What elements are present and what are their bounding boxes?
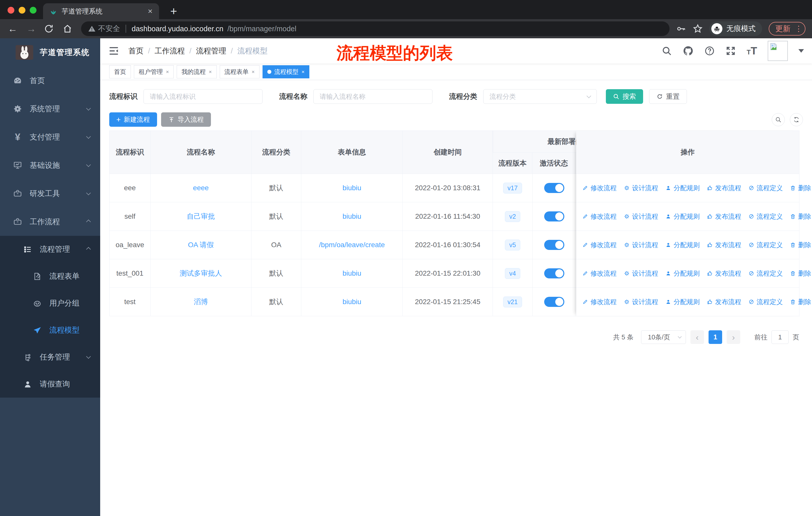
action-design-process[interactable]: 设计流程 [624,212,658,221]
category-select[interactable]: 流程分类 [483,89,597,104]
avatar[interactable] [768,41,788,61]
breadcrumb-process-management[interactable]: 流程管理 [196,46,226,56]
caret-down-icon[interactable] [799,49,804,53]
sidebar-item-user-group[interactable]: 用户分组 [0,290,100,317]
process-name-input[interactable] [313,89,432,104]
close-icon[interactable]: × [252,69,255,75]
tag-my-process[interactable]: 我的流程× [177,65,216,78]
tag-process-form[interactable]: 流程表单× [220,65,260,78]
action-assign-rule[interactable]: 分配规则 [665,184,700,192]
help-icon[interactable] [704,46,715,56]
action-edit-process[interactable]: 修改流程 [582,184,617,192]
tag-process-model[interactable]: 流程模型× [263,65,309,78]
github-icon[interactable] [683,45,694,56]
tag-home[interactable]: 首页 [109,65,131,78]
sidebar-item-workflow[interactable]: 工作流程 [0,208,100,236]
close-icon[interactable]: × [166,69,169,75]
minimize-window-button[interactable] [19,7,25,13]
action-delete[interactable]: 删除 [790,212,811,221]
back-button[interactable]: ← [6,23,19,34]
active-toggle[interactable] [544,268,564,278]
reload-button[interactable] [44,24,56,34]
sidebar-item-leave-query[interactable]: 请假查询 [0,371,100,398]
next-page-button[interactable]: › [727,330,740,344]
zoom-window-button[interactable] [30,7,36,13]
action-process-definition[interactable]: 流程定义 [748,269,783,278]
page-size-select[interactable]: 10条/页 [641,330,686,344]
action-process-definition[interactable]: 流程定义 [748,184,783,192]
prev-page-button[interactable]: ‹ [690,330,704,344]
action-publish-process[interactable]: 发布流程 [707,241,741,249]
breadcrumb-workflow[interactable]: 工作流程 [154,46,185,56]
process-name-link[interactable]: 测试多审批人 [180,269,222,278]
refresh-table-button[interactable] [790,113,803,126]
sidebar-item-payment[interactable]: ¥ 支付管理 [0,123,100,151]
fullscreen-icon[interactable] [725,46,736,56]
action-edit-process[interactable]: 修改流程 [582,212,617,221]
active-toggle[interactable] [544,240,564,250]
active-toggle[interactable] [544,183,564,193]
action-assign-rule[interactable]: 分配规则 [665,269,700,278]
action-assign-rule[interactable]: 分配规则 [665,212,700,221]
key-icon[interactable] [676,24,686,34]
process-name-link[interactable]: 自己审批 [187,212,215,221]
process-name-link[interactable]: 滔博 [194,297,208,307]
action-delete[interactable]: 删除 [790,298,811,306]
hamburger-icon[interactable] [108,45,119,56]
tab-close-icon[interactable]: × [148,6,152,16]
action-design-process[interactable]: 设计流程 [624,241,658,249]
action-assign-rule[interactable]: 分配规则 [665,298,700,306]
action-publish-process[interactable]: 发布流程 [707,269,741,278]
goto-page-input[interactable] [772,330,789,344]
close-icon[interactable]: × [209,69,212,75]
form-info-link[interactable]: biubiu [343,212,361,220]
action-delete[interactable]: 删除 [790,269,811,278]
create-process-button[interactable]: + 新建流程 [109,112,157,127]
font-size-icon[interactable]: TT [747,45,757,57]
active-toggle[interactable] [544,297,564,307]
form-info-link[interactable]: biubiu [343,184,361,192]
breadcrumb-home[interactable]: 首页 [128,46,143,56]
action-edit-process[interactable]: 修改流程 [582,298,617,306]
active-toggle[interactable] [544,211,564,221]
tag-tenant[interactable]: 租户管理× [134,65,174,78]
sidebar-item-infra[interactable]: 基础设施 [0,151,100,180]
forward-button[interactable]: → [25,23,37,34]
form-info-link[interactable]: /bpm/oa/leave/create [319,241,385,249]
sidebar-item-process-form[interactable]: 流程表单 [0,263,100,290]
action-assign-rule[interactable]: 分配规则 [665,241,700,249]
form-info-link[interactable]: biubiu [343,269,361,277]
action-process-definition[interactable]: 流程定义 [748,212,783,221]
action-publish-process[interactable]: 发布流程 [707,212,741,221]
update-chip[interactable]: 更新 ⋮ [769,22,806,35]
action-process-definition[interactable]: 流程定义 [748,298,783,306]
action-process-definition[interactable]: 流程定义 [748,241,783,249]
page-1-button[interactable]: 1 [708,330,722,344]
sidebar-item-home[interactable]: 首页 [0,66,100,95]
browser-menu-icon[interactable]: ⋮ [795,26,803,31]
sidebar-item-process-management[interactable]: 流程管理 [0,236,100,263]
close-window-button[interactable] [7,7,14,13]
process-name-link[interactable]: eeee [193,184,209,192]
action-design-process[interactable]: 设计流程 [624,269,658,278]
sidebar-item-task-management[interactable]: 任务管理 [0,344,100,371]
window-controls[interactable] [7,7,36,13]
action-delete[interactable]: 删除 [790,184,811,192]
process-name-link[interactable]: OA 请假 [188,240,214,250]
sidebar-item-devtools[interactable]: 研发工具 [0,180,100,208]
search-icon[interactable] [662,46,672,56]
action-delete[interactable]: 删除 [790,241,811,249]
security-warning[interactable]: 不安全 [88,24,120,34]
form-info-link[interactable]: biubiu [343,298,361,306]
bookmark-star-icon[interactable] [693,24,703,34]
sidebar-item-system[interactable]: 系统管理 [0,95,100,123]
search-button[interactable]: 搜索 [606,89,643,104]
action-publish-process[interactable]: 发布流程 [707,298,741,306]
action-edit-process[interactable]: 修改流程 [582,269,617,278]
browser-tab[interactable]: 芋道管理系统 × [43,3,159,19]
action-design-process[interactable]: 设计流程 [624,298,658,306]
action-publish-process[interactable]: 发布流程 [707,184,741,192]
url-bar[interactable]: 不安全 dashboard.yudao.iocoder.cn/bpm/manag… [81,21,670,36]
sidebar-item-process-model[interactable]: 流程模型 [0,317,100,344]
new-tab-button[interactable]: + [166,3,181,19]
